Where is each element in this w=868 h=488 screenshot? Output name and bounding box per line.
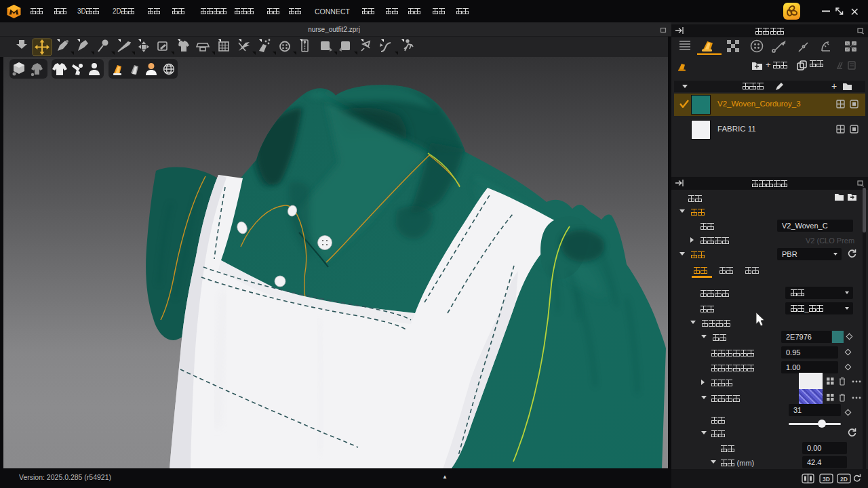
svg-text:2D: 2D [840,476,848,483]
svg-text:3D: 3D [823,476,830,483]
